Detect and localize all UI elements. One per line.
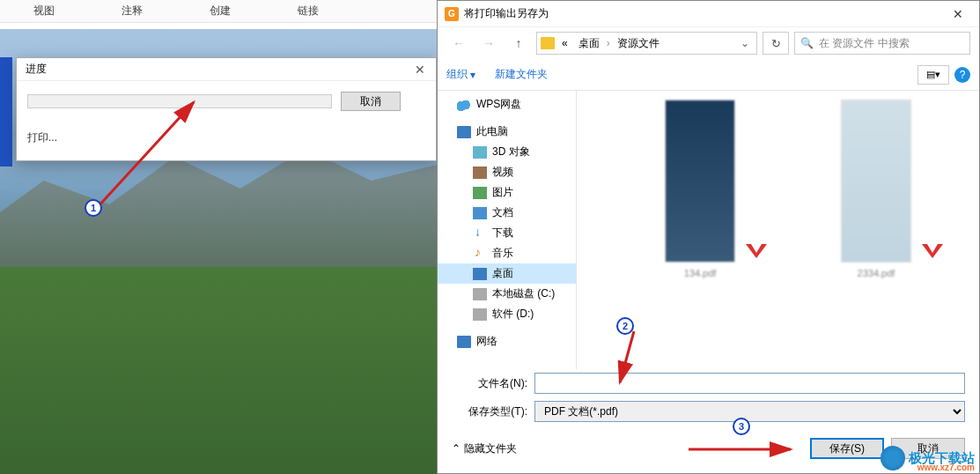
dialog-footer: ⌃ 隐藏文件夹 保存(S) 取消	[438, 426, 979, 468]
filetype-select[interactable]: PDF 文档(*.pdf)	[534, 401, 965, 422]
refresh-button[interactable]: ↻	[763, 32, 789, 55]
save-title: 将打印输出另存为	[464, 6, 549, 21]
folder-icon	[541, 37, 555, 49]
file-name-label: 134.pdf	[684, 268, 717, 278]
file-thumbnail	[665, 100, 735, 263]
music-icon	[473, 248, 487, 260]
help-icon[interactable]: ?	[954, 67, 970, 83]
tree-video[interactable]: 视频	[438, 162, 576, 182]
filename-label: 文件名(N):	[452, 376, 527, 391]
address-dropdown-icon[interactable]: ⌄	[737, 37, 753, 49]
tree-documents[interactable]: 文档	[438, 203, 576, 223]
filename-row: 文件名(N):	[438, 369, 979, 397]
tree-ddrive[interactable]: 软件 (D:)	[438, 304, 576, 324]
cancel-button[interactable]: 取消	[891, 438, 965, 459]
cube-icon	[473, 146, 487, 159]
chevron-up-icon: ⌃	[452, 442, 461, 455]
file-list: 134.pdf 2334.pdf	[577, 91, 979, 369]
nav-back-icon[interactable]: ←	[446, 33, 471, 54]
tree-3d[interactable]: 3D 对象	[438, 142, 576, 162]
video-icon	[473, 167, 487, 179]
file-item[interactable]: 2334.pdf	[814, 100, 938, 278]
organize-menu[interactable]: 组织 ▾	[446, 67, 475, 82]
wps-badge-icon	[744, 241, 769, 262]
tree-network[interactable]: 网络	[438, 331, 576, 352]
chevron-down-icon: ▾	[470, 69, 475, 81]
nav-forward-icon: →	[476, 33, 501, 54]
save-titlebar: G 将打印输出另存为 ✕	[438, 1, 979, 27]
cloud-icon	[457, 99, 471, 111]
filetype-row: 保存类型(T): PDF 文档(*.pdf)	[438, 397, 979, 426]
document-icon	[473, 207, 487, 219]
tree-this-pc[interactable]: 此电脑	[438, 122, 576, 142]
tree-music[interactable]: 音乐	[438, 243, 576, 263]
progress-title: 进度	[26, 62, 47, 77]
tree-desktop[interactable]: 桌面	[438, 263, 576, 284]
address-bar[interactable]: « 桌面 › 资源文件 ⌄	[536, 32, 757, 55]
filetype-label: 保存类型(T):	[452, 404, 527, 419]
disk-icon	[473, 288, 487, 300]
desktop-icon	[473, 268, 487, 280]
save-as-dialog: G 将打印输出另存为 ✕ ← → ↑ « 桌面 › 资源文件 ⌄ ↻ 🔍 在 资…	[437, 0, 980, 474]
breadcrumb-sep-icon: ›	[607, 37, 610, 49]
app-icon: G	[445, 7, 459, 21]
wps-badge-icon	[920, 241, 945, 262]
search-placeholder: 在 资源文件 中搜索	[819, 36, 910, 51]
nav-row: ← → ↑ « 桌面 › 资源文件 ⌄ ↻ 🔍 在 资源文件 中搜索	[438, 27, 979, 59]
file-item[interactable]: 134.pdf	[638, 100, 762, 278]
nav-up-icon[interactable]: ↑	[506, 33, 531, 54]
search-input[interactable]: 🔍 在 资源文件 中搜索	[794, 32, 970, 55]
download-icon	[473, 227, 487, 240]
tree-cdrive[interactable]: 本地磁盘 (C:)	[438, 284, 576, 304]
disk-icon	[473, 308, 487, 321]
progress-close-icon[interactable]: ✕	[409, 63, 431, 77]
file-name-label: 2334.pdf	[858, 268, 895, 278]
menu-annotate[interactable]: 注释	[88, 4, 176, 19]
save-button[interactable]: 保存(S)	[810, 438, 884, 459]
pc-icon	[457, 126, 471, 138]
breadcrumb-root[interactable]: «	[558, 37, 571, 49]
save-close-icon[interactable]: ✕	[940, 3, 976, 26]
folder-tree: WPS网盘 此电脑 3D 对象 视频 图片 文档 下载 音乐 桌面 本地磁盘 (…	[438, 91, 577, 369]
progress-bar	[27, 94, 332, 108]
new-folder-button[interactable]: 新建文件夹	[495, 67, 548, 82]
picture-icon	[473, 187, 487, 199]
filename-input[interactable]	[534, 373, 965, 394]
network-icon	[457, 336, 471, 348]
progress-cancel-button[interactable]: 取消	[341, 92, 401, 111]
file-thumbnail	[841, 100, 911, 263]
tree-downloads[interactable]: 下载	[438, 223, 576, 243]
menu-link[interactable]: 链接	[264, 4, 352, 19]
breadcrumb-desktop[interactable]: 桌面	[575, 36, 603, 51]
tree-wps[interactable]: WPS网盘	[438, 94, 576, 115]
progress-dialog: 进度 ✕ 取消 打印...	[16, 57, 437, 161]
toolbar: 组织 ▾ 新建文件夹 ▤▾ ?	[438, 59, 979, 91]
progress-titlebar: 进度 ✕	[17, 58, 436, 81]
breadcrumb-folder[interactable]: 资源文件	[614, 36, 663, 51]
menu-view[interactable]: 视图	[0, 4, 88, 19]
hide-folders-toggle[interactable]: ⌃ 隐藏文件夹	[452, 441, 517, 456]
progress-status-text: 打印...	[27, 130, 425, 145]
search-icon: 🔍	[800, 37, 814, 49]
menu-create[interactable]: 创建	[176, 4, 264, 19]
view-mode-button[interactable]: ▤▾	[917, 65, 949, 85]
tree-pictures[interactable]: 图片	[438, 182, 576, 203]
